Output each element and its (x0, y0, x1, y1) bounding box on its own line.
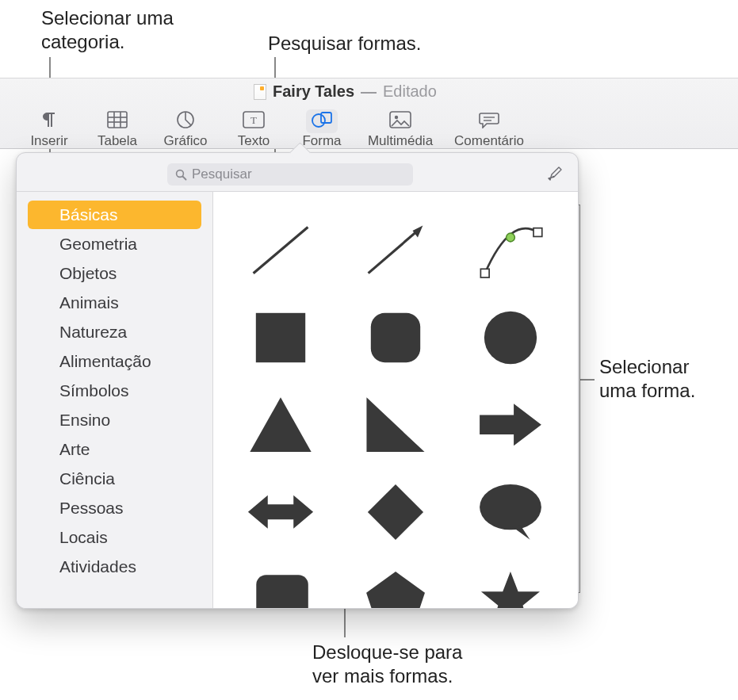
title-separator: — (361, 82, 377, 101)
callout-select-shape: Selecionar uma forma. (599, 355, 695, 403)
popover-header: Pesquisar (17, 161, 578, 188)
sidebar-item-ensino[interactable]: Ensino (28, 406, 201, 434)
svg-rect-24 (371, 313, 420, 362)
image-icon (389, 111, 411, 132)
toolbar-multimedia[interactable]: Multimédia (357, 106, 444, 149)
sidebar-item-ciencia[interactable]: Ciência (28, 465, 201, 493)
toolbar-grafico[interactable]: Gráfico (152, 106, 219, 149)
sidebar-item-pessoas[interactable]: Pessoas (28, 494, 201, 522)
svg-rect-21 (533, 228, 542, 237)
toolbar-label: Inserir (16, 133, 82, 149)
svg-point-11 (395, 115, 398, 118)
search-placeholder: Pesquisar (192, 166, 252, 182)
shape-square[interactable] (245, 306, 316, 369)
svg-rect-33 (256, 575, 308, 608)
svg-point-16 (553, 176, 554, 178)
shape-star[interactable] (475, 568, 546, 608)
svg-point-22 (507, 234, 515, 243)
magnify-icon (175, 169, 187, 181)
document-name: Fairy Tales (273, 82, 354, 101)
shape-arrow-bidirectional[interactable] (245, 480, 316, 544)
sidebar-item-arte[interactable]: Arte (28, 435, 201, 464)
shape-rounded-square[interactable] (360, 306, 431, 369)
shape-line[interactable] (245, 219, 316, 282)
shapes-grid-area[interactable] (213, 192, 578, 608)
svg-marker-26 (250, 398, 311, 453)
toolbar-label: Tabela (84, 133, 151, 149)
svg-marker-32 (512, 525, 530, 539)
shapes-grid (237, 212, 554, 608)
toolbar-label: Texto (220, 133, 287, 149)
shapes-popover: Pesquisar Básicas Geometria Objetos Anim… (16, 152, 579, 609)
sidebar-item-natureza[interactable]: Natureza (28, 318, 201, 346)
svg-line-18 (369, 231, 418, 273)
search-input[interactable]: Pesquisar (167, 163, 413, 186)
sidebar-item-alimentacao[interactable]: Alimentação (28, 347, 201, 376)
shape-bezier-curve[interactable] (475, 219, 546, 282)
draw-shape-button[interactable] (545, 163, 567, 186)
document-status: Editado (383, 82, 437, 101)
svg-marker-28 (480, 404, 541, 446)
shape-arrow-line[interactable] (360, 219, 431, 282)
svg-marker-30 (368, 484, 423, 540)
svg-rect-20 (481, 270, 490, 278)
sidebar-item-geometria[interactable]: Geometria (28, 230, 201, 258)
toolbar-label: Comentário (445, 133, 533, 149)
textbox-icon: T (243, 111, 265, 132)
window-title: Fairy Tales — Editado (254, 82, 437, 101)
svg-rect-0 (108, 112, 127, 128)
shape-speech-bubble[interactable] (475, 480, 546, 544)
chart-pie-icon (176, 110, 195, 133)
doc-icon (254, 84, 266, 100)
sidebar-item-simbolos[interactable]: Símbolos (28, 377, 201, 405)
paragraph-icon (40, 111, 59, 132)
svg-point-8 (312, 114, 325, 127)
sidebar-item-atividades[interactable]: Atividades (28, 553, 201, 581)
table-icon (107, 111, 128, 132)
toolbar-label: Gráfico (152, 133, 219, 149)
shape-callout-square[interactable] (245, 568, 316, 608)
shape-diamond[interactable] (360, 480, 431, 544)
svg-marker-35 (366, 572, 425, 608)
shape-pentagon[interactable] (360, 568, 431, 608)
callout-select-category: Selecionar uma categoria. (41, 6, 174, 54)
category-sidebar: Básicas Geometria Objetos Animais Nature… (17, 192, 213, 608)
shape-circle[interactable] (475, 306, 546, 369)
svg-line-17 (253, 228, 308, 273)
svg-text:T: T (250, 114, 257, 126)
toolbar-inserir[interactable]: Inserir (16, 106, 82, 149)
svg-point-25 (484, 312, 537, 364)
toolbar-label: Multimédia (357, 133, 444, 149)
shape-icon (311, 110, 333, 133)
callout-search-shapes: Pesquisar formas. (268, 32, 421, 55)
svg-marker-27 (366, 398, 424, 453)
sidebar-item-basicas[interactable]: Básicas (28, 201, 201, 229)
sidebar-item-locais[interactable]: Locais (28, 523, 201, 552)
pen-nib-icon (547, 166, 564, 183)
toolbar-buttons: Inserir Tabela Gráfico T Texto Forma Mul… (16, 106, 533, 149)
svg-rect-23 (255, 313, 304, 362)
svg-line-15 (183, 176, 186, 179)
callout-line (580, 379, 595, 381)
svg-marker-19 (412, 226, 423, 238)
callout-scroll-more: Desloque-se para ver mais formas. (312, 641, 462, 688)
svg-marker-36 (481, 572, 540, 608)
toolbar-comentario[interactable]: Comentário (445, 106, 533, 149)
shape-right-triangle[interactable] (360, 393, 431, 457)
sidebar-item-objetos[interactable]: Objetos (28, 259, 201, 288)
svg-point-31 (480, 484, 541, 530)
toolbar-tabela[interactable]: Tabela (84, 106, 151, 149)
shape-arrow-right[interactable] (475, 393, 546, 457)
sidebar-item-animais[interactable]: Animais (28, 289, 201, 317)
toolbar-texto[interactable]: T Texto (220, 106, 287, 149)
svg-marker-29 (248, 495, 313, 529)
shape-triangle[interactable] (245, 393, 316, 457)
svg-rect-9 (321, 113, 331, 123)
comment-icon (479, 111, 499, 132)
